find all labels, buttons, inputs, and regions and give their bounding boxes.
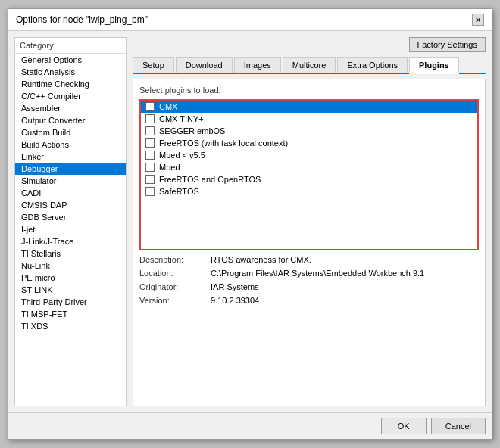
plugin-item-freertos-openrtos[interactable]: FreeRTOS and OpenRTOS <box>141 173 477 185</box>
plugin-checkbox-safertos[interactable] <box>145 187 155 196</box>
description-value: RTOS awareness for CMX. <box>211 255 479 264</box>
category-item-gdb-server[interactable]: GDB Server <box>15 211 126 223</box>
category-item-cmsis-dap[interactable]: CMSIS DAP <box>15 199 126 211</box>
dialog-title: Options for node "lwip_ping_bm" <box>16 14 148 25</box>
category-item-output-converter[interactable]: Output Converter <box>15 114 126 126</box>
category-label: Category: <box>15 38 126 54</box>
tab-images[interactable]: Images <box>234 57 281 73</box>
version-value: 9.10.2.39304 <box>211 296 479 305</box>
category-item-c-cpp-compiler[interactable]: C/C++ Compiler <box>15 90 126 102</box>
category-item-linker[interactable]: Linker <box>15 151 126 163</box>
category-item-ti-xds[interactable]: TI XDS <box>15 320 126 332</box>
factory-settings-button[interactable]: Factory Settings <box>409 37 486 52</box>
plugin-label-mbed: Mbed <box>159 163 180 172</box>
tab-download[interactable]: Download <box>176 57 233 73</box>
plugin-checkbox-mbed[interactable] <box>145 163 155 172</box>
plugin-checkbox-mbed-v55[interactable] <box>145 151 155 160</box>
plugin-item-safertos[interactable]: SafeRTOS <box>141 185 477 198</box>
dialog-footer: OK Cancel <box>8 412 492 439</box>
category-item-debugger[interactable]: Debugger <box>15 163 126 175</box>
close-button[interactable]: ✕ <box>472 14 484 26</box>
category-item-ti-stellaris[interactable]: TI Stellaris <box>15 247 126 260</box>
category-item-static-analysis[interactable]: Static Analysis <box>15 66 126 78</box>
category-item-nu-link[interactable]: Nu-Link <box>15 260 126 272</box>
plugin-item-freertos-task[interactable]: FreeRTOS (with task local context) <box>141 137 477 149</box>
category-item-assembler[interactable]: Assembler <box>15 102 126 114</box>
plugin-item-cmx-tiny[interactable]: CMX TINY+ <box>141 113 477 125</box>
category-item-pe-micro[interactable]: PE micro <box>15 272 126 284</box>
version-label: Version: <box>139 296 208 305</box>
plugins-list[interactable]: CMXCMX TINY+SEGGER embOSFreeRTOS (with t… <box>139 99 479 250</box>
plugin-item-mbed[interactable]: Mbed <box>141 161 477 173</box>
plugin-checkbox-cmx-tiny[interactable] <box>145 114 155 123</box>
tabs-bar: SetupDownloadImagesMulticoreExtra Option… <box>133 57 486 74</box>
plugin-item-cmx[interactable]: CMX <box>141 101 477 113</box>
category-item-third-party-driver[interactable]: Third-Party Driver <box>15 296 126 308</box>
tab-multicore[interactable]: Multicore <box>283 57 336 73</box>
plugin-item-segger-emb-os[interactable]: SEGGER embOS <box>141 125 477 137</box>
description-label: Description: <box>139 255 208 264</box>
originator-value: IAR Systems <box>211 282 479 291</box>
cancel-button[interactable]: Cancel <box>431 418 486 434</box>
plugin-checkbox-segger-emb-os[interactable] <box>145 126 155 135</box>
title-bar: Options for node "lwip_ping_bm" ✕ <box>8 9 492 31</box>
plugin-label-cmx: CMX <box>159 102 177 111</box>
dialog-body: Category: General OptionsStatic Analysis… <box>8 31 492 412</box>
ok-button[interactable]: OK <box>381 418 427 434</box>
location-label: Location: <box>139 269 208 278</box>
category-list: General OptionsStatic AnalysisRuntime Ch… <box>15 54 126 406</box>
info-grid: Description: RTOS awareness for CMX. Loc… <box>139 255 479 305</box>
category-item-build-actions[interactable]: Build Actions <box>15 138 126 151</box>
tab-plugins[interactable]: Plugins <box>409 57 459 74</box>
options-dialog: Options for node "lwip_ping_bm" ✕ Catego… <box>8 8 492 440</box>
originator-label: Originator: <box>139 282 208 291</box>
category-item-cadi[interactable]: CADI <box>15 187 126 199</box>
plugin-checkbox-cmx[interactable] <box>145 102 155 111</box>
category-item-jlink-jtrace[interactable]: J-Link/J-Trace <box>15 235 126 247</box>
plugin-label-freertos-task: FreeRTOS (with task local context) <box>159 138 288 148</box>
content-area: Select plugins to load: CMXCMX TINY+SEGG… <box>133 79 486 406</box>
category-item-i-jet[interactable]: I-jet <box>15 223 126 235</box>
location-value: C:\Program Files\IAR Systems\Embedded Wo… <box>211 269 479 278</box>
category-item-runtime-checking[interactable]: Runtime Checking <box>15 78 126 90</box>
plugin-checkbox-freertos-openrtos[interactable] <box>145 175 155 184</box>
main-panel: Factory Settings SetupDownloadImagesMult… <box>133 37 486 406</box>
factory-row: Factory Settings <box>133 37 486 52</box>
category-item-custom-build[interactable]: Custom Build <box>15 126 126 138</box>
category-item-ti-msp-fet[interactable]: TI MSP-FET <box>15 308 126 320</box>
plugin-label-segger-emb-os: SEGGER embOS <box>159 126 225 135</box>
tab-setup[interactable]: Setup <box>133 57 174 73</box>
plugin-label-mbed-v55: Mbed < v5.5 <box>159 151 205 160</box>
plugin-label-freertos-openrtos: FreeRTOS and OpenRTOS <box>159 175 261 184</box>
category-item-st-link[interactable]: ST-LINK <box>15 284 126 296</box>
plugins-section-label: Select plugins to load: <box>139 86 479 95</box>
plugin-item-mbed-v55[interactable]: Mbed < v5.5 <box>141 149 477 161</box>
plugin-checkbox-freertos-task[interactable] <box>145 138 155 148</box>
category-item-general-options[interactable]: General Options <box>15 54 126 66</box>
plugin-label-cmx-tiny: CMX TINY+ <box>159 114 204 123</box>
tab-extra-options[interactable]: Extra Options <box>337 57 408 73</box>
category-panel: Category: General OptionsStatic Analysis… <box>14 37 127 406</box>
category-item-simulator[interactable]: Simulator <box>15 175 126 187</box>
plugin-label-safertos: SafeRTOS <box>159 187 199 196</box>
